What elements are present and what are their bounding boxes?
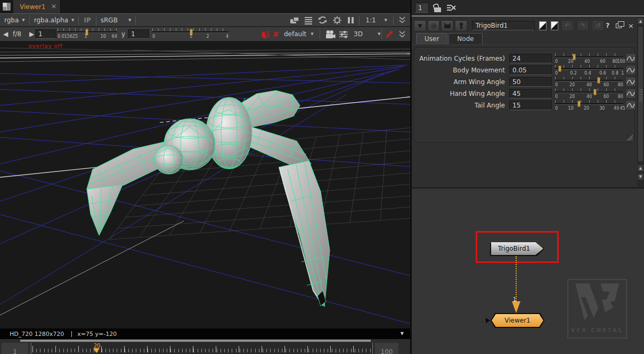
curve-editor-button[interactable] xyxy=(625,53,636,63)
undo-button[interactable]: ↶ xyxy=(561,20,574,31)
param-label: Animation Cycles (Frames) xyxy=(418,55,505,62)
viewer-input-connector[interactable] xyxy=(486,318,490,323)
layer-dropdown[interactable]: rgba.alpha ▼ xyxy=(30,14,79,26)
grid-blue xyxy=(0,65,410,324)
fstop-prev-button[interactable]: ◀ xyxy=(3,27,8,41)
param-row: Tail Angle 15 0 10 20 30 40 45 xyxy=(414,100,634,112)
separator xyxy=(320,29,320,39)
tab-node[interactable]: Node xyxy=(449,33,482,44)
gain-active-icon[interactable] xyxy=(260,27,270,41)
collapse-chevrons-icon[interactable] xyxy=(398,16,406,24)
timeline-right-box[interactable]: 100 xyxy=(375,343,398,354)
slider-handle[interactable] xyxy=(558,65,561,72)
pause-icon[interactable] xyxy=(347,17,354,23)
slider-handle[interactable] xyxy=(597,77,600,84)
chevron-down-icon: ▼ xyxy=(378,32,380,36)
node-name-input[interactable]: TrigoBird1 xyxy=(472,21,535,30)
chevron-down-icon[interactable]: ▼ xyxy=(401,331,404,336)
scroll-up-icon[interactable]: ▲ xyxy=(637,164,644,172)
wipe-controls-icon[interactable] xyxy=(339,27,348,41)
slider-handle[interactable] xyxy=(593,89,597,95)
curve-editor-button[interactable] xyxy=(625,100,636,110)
param-value-input[interactable]: 45 xyxy=(509,89,552,98)
node-viewer1[interactable]: Viewer1 xyxy=(492,314,543,327)
playhead-marker[interactable] xyxy=(93,348,100,353)
help-button[interactable]: ? xyxy=(606,22,609,29)
scrollbar-thumb[interactable] xyxy=(638,26,643,162)
param-value-input[interactable]: 50 xyxy=(509,77,552,87)
proxy-lines-icon[interactable] xyxy=(304,16,313,24)
panel-color-swatch[interactable] xyxy=(551,21,558,30)
param-value-input[interactable]: 24 xyxy=(509,54,552,63)
separator xyxy=(381,29,382,39)
properties-toolbar: 1 xyxy=(412,0,644,17)
curve-editor-button[interactable] xyxy=(625,88,636,98)
param-slider[interactable]: 0 20 40 60 80 100 xyxy=(555,53,623,65)
channels-dropdown[interactable]: rgba ▼ xyxy=(0,14,29,26)
param-slider[interactable]: 0 10 20 30 40 45 xyxy=(555,100,623,112)
close-all-panels-icon[interactable] xyxy=(446,4,456,12)
safe-zones-icon[interactable]: # xyxy=(273,27,279,41)
fstop-label[interactable]: f/8 xyxy=(13,27,21,41)
slider-handle[interactable] xyxy=(577,101,581,107)
param-row: Animation Cycles (Frames) 24 0 20 40 60 … xyxy=(414,53,634,65)
monitor-out-icon[interactable] xyxy=(290,16,299,24)
wrench-icon[interactable] xyxy=(455,20,467,31)
gamma-input[interactable]: 1 xyxy=(128,29,149,39)
camera-icon[interactable] xyxy=(325,27,336,41)
param-slider[interactable]: 0 20 40 60 80 xyxy=(555,77,623,88)
param-value-input[interactable]: 15 xyxy=(509,101,552,110)
gain-input[interactable]: 1 xyxy=(35,29,56,39)
roi-gear-icon[interactable] xyxy=(332,15,342,25)
param-value-input[interactable]: 0.05 xyxy=(509,65,552,75)
first-frame-box[interactable]: 1 xyxy=(2,343,28,354)
collapse-chevrons-icon[interactable] xyxy=(398,27,406,41)
input-process-button[interactable]: IP xyxy=(79,17,95,24)
timeline-ruler[interactable]: 20 xyxy=(31,343,373,354)
lut-dropdown[interactable]: default ▼ xyxy=(284,27,314,41)
node-graph[interactable]: TrigoBird1 1 Viewer1 VFX CHETAL xyxy=(412,187,644,354)
viewer-toolbar-top: rgba ▼ rgba.alpha ▼ IP sRGB ▼ xyxy=(0,13,410,27)
properties-scrollbar[interactable]: ▲ ▲ ▼ xyxy=(637,18,644,187)
tab-viewer1[interactable]: Viewer1 × xyxy=(13,0,61,13)
param-slider[interactable]: 0 20 40 60 80 xyxy=(555,88,623,100)
properties-stack-count[interactable]: 1 xyxy=(415,3,429,13)
viewer-panel: Viewer1 × rgba ▼ rgba.alpha ▼ IP sRGB ▼ xyxy=(0,0,410,354)
zoom-ratio-dropdown[interactable]: 1:1 ▼ xyxy=(364,17,388,24)
node-connection[interactable] xyxy=(516,256,517,303)
gain-slider[interactable]: 0.015625 1 10 64 xyxy=(58,28,117,40)
viewer-tab-bar: Viewer1 × xyxy=(0,0,410,13)
scroll-up-icon[interactable]: ▲ xyxy=(637,18,644,25)
vfx-chetal-watermark: VFX CHETAL xyxy=(567,279,627,339)
pane-layout-icon[interactable] xyxy=(2,2,11,11)
revert-button[interactable]: ↺ xyxy=(592,20,604,31)
float-panel-icon[interactable] xyxy=(616,23,622,28)
group-resize-grip[interactable] xyxy=(626,134,633,141)
view-mode-dropdown[interactable]: 3D ▼ xyxy=(354,27,380,41)
center-in-nodegraph-icon[interactable]: ◎ xyxy=(428,20,440,31)
tab-close-icon[interactable]: × xyxy=(51,2,57,10)
timeline-scroll-strip[interactable] xyxy=(20,340,371,342)
chevron-down-icon: ▼ xyxy=(128,18,131,22)
curve-editor-button[interactable] xyxy=(625,77,636,87)
curve-editor-button[interactable] xyxy=(625,65,636,75)
node-color-swatch[interactable] xyxy=(539,21,547,30)
fstop-next-button[interactable]: ▶ xyxy=(29,27,34,41)
refresh-icon[interactable] xyxy=(317,15,328,24)
3d-viewport[interactable]: overlay off xyxy=(0,42,410,328)
hide-input-icon[interactable] xyxy=(441,20,453,31)
padlock-open-icon[interactable] xyxy=(434,7,441,12)
param-slider[interactable]: 0 0.2 0.4 0.6 0.8 1 xyxy=(555,65,623,77)
tab-user[interactable]: User xyxy=(416,33,447,44)
colorspace-dropdown[interactable]: sRGB ▼ xyxy=(96,14,136,26)
node-color-dropdown[interactable]: ▼ xyxy=(414,20,426,31)
gamma-slider[interactable]: 0 1 2 4 xyxy=(152,28,229,40)
redo-button[interactable]: ↷ xyxy=(577,20,589,31)
close-panel-icon[interactable]: × xyxy=(628,22,634,30)
tab-title: Viewer1 xyxy=(20,3,45,11)
node-trigobird1[interactable]: TrigoBird1 xyxy=(491,242,543,255)
scroll-down-icon[interactable]: ▼ xyxy=(637,173,644,180)
param-row: Body Movement 0.05 0 0.2 0.4 0.6 0.8 1 xyxy=(414,65,634,77)
annotation-pen-icon[interactable] xyxy=(386,27,394,41)
param-label: Tail Angle xyxy=(418,102,505,109)
